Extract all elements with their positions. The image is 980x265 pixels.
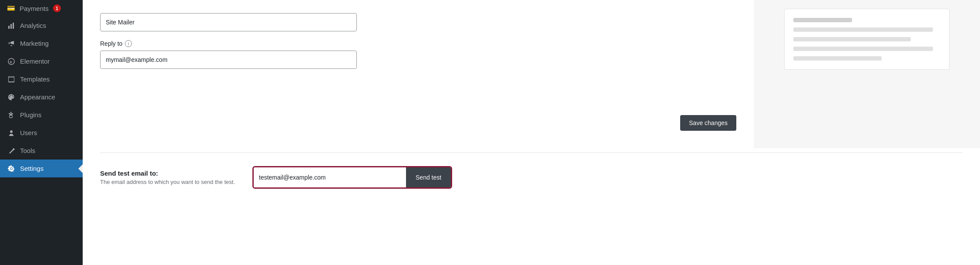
combined-top: Reply to i Save changes xyxy=(83,0,980,148)
preview-line-1 xyxy=(793,18,852,22)
elementor-icon: e xyxy=(7,58,16,65)
sender-name-input[interactable] xyxy=(100,13,357,31)
send-test-section: Send test email to: The email address to… xyxy=(83,153,980,202)
email-preview xyxy=(784,9,950,70)
reply-to-field: Reply to i xyxy=(100,40,736,69)
sidebar-item-plugins[interactable]: Plugins xyxy=(0,106,83,124)
sidebar-item-elementor[interactable]: e Elementor xyxy=(0,52,83,70)
sidebar-item-label: Analytics xyxy=(20,22,46,29)
tools-icon xyxy=(7,147,16,154)
sidebar-item-settings[interactable]: Settings xyxy=(0,160,83,177)
svg-rect-0 xyxy=(8,26,10,29)
sender-name-field xyxy=(100,13,736,31)
sidebar-item-templates[interactable]: Templates xyxy=(0,70,83,88)
sidebar-item-payments[interactable]: 💳 Payments 1 xyxy=(0,0,83,17)
sidebar-item-appearance[interactable]: Appearance xyxy=(0,88,83,106)
sidebar-item-label: Tools xyxy=(20,147,35,154)
sidebar-item-label: Payments xyxy=(20,5,49,12)
save-changes-row: Save changes xyxy=(100,115,754,139)
form-section: Reply to i Save changes xyxy=(83,0,754,148)
send-test-subtitle: The email address to which you want to s… xyxy=(100,179,235,185)
send-test-button[interactable]: Send test xyxy=(406,167,451,187)
sidebar: 💳 Payments 1 Analytics Marketing e xyxy=(0,0,83,265)
svg-text:e: e xyxy=(10,60,12,64)
sidebar-item-label: Plugins xyxy=(20,111,41,119)
svg-rect-1 xyxy=(10,24,12,29)
send-test-email-input[interactable] xyxy=(254,167,406,187)
plugins-icon xyxy=(7,112,16,119)
sidebar-item-label: Users xyxy=(20,129,37,136)
save-changes-button[interactable]: Save changes xyxy=(680,115,736,131)
sidebar-item-users[interactable]: Users xyxy=(0,124,83,142)
reply-to-label: Reply to i xyxy=(100,40,736,47)
preview-line-2 xyxy=(793,27,933,32)
sidebar-item-label: Elementor xyxy=(20,58,50,65)
preview-line-5 xyxy=(793,56,882,61)
sidebar-item-label: Marketing xyxy=(20,40,49,47)
info-icon[interactable]: i xyxy=(125,40,132,47)
settings-icon xyxy=(7,165,16,172)
templates-icon xyxy=(7,76,16,83)
reply-to-input[interactable] xyxy=(100,51,357,69)
send-test-input-row: Send test xyxy=(252,166,452,189)
preview-line-3 xyxy=(793,37,911,41)
users-icon xyxy=(7,129,16,136)
payments-badge: 1 xyxy=(53,4,61,12)
svg-rect-2 xyxy=(13,23,14,29)
preview-section xyxy=(754,0,980,148)
marketing-icon xyxy=(7,40,16,47)
analytics-icon xyxy=(7,22,16,29)
appearance-icon xyxy=(7,94,16,101)
sidebar-item-tools[interactable]: Tools xyxy=(0,142,83,160)
preview-line-4 xyxy=(793,47,933,51)
sidebar-item-marketing[interactable]: Marketing xyxy=(0,34,83,52)
payments-icon: 💳 xyxy=(7,4,15,12)
sidebar-item-analytics[interactable]: Analytics xyxy=(0,17,83,34)
send-test-title: Send test email to: xyxy=(100,170,235,177)
send-test-label-block: Send test email to: The email address to… xyxy=(100,170,235,185)
main-content: Reply to i Save changes Sen xyxy=(83,0,980,265)
sidebar-item-label: Templates xyxy=(20,75,50,83)
sidebar-item-label: Settings xyxy=(20,165,44,172)
sidebar-item-label: Appearance xyxy=(20,93,55,101)
